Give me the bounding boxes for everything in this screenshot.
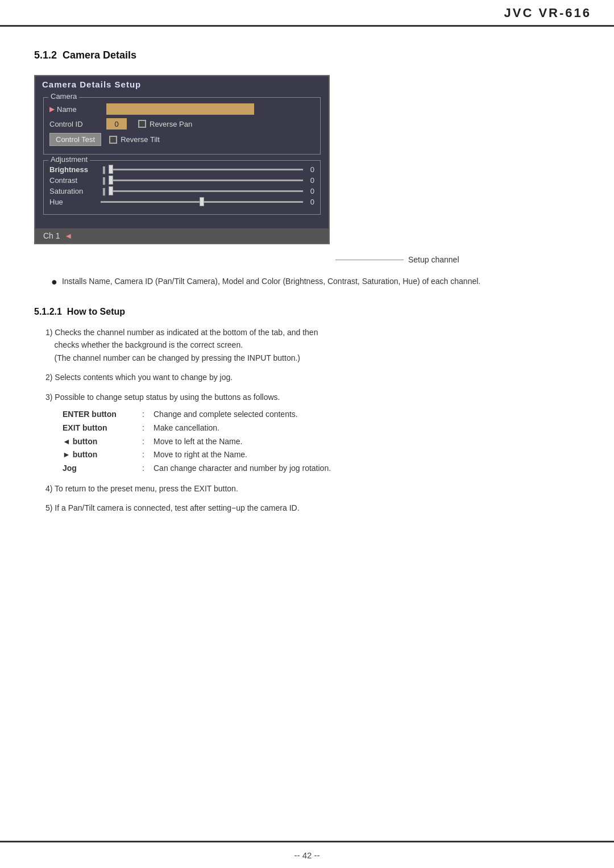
reverse-tilt-row: Reverse Tilt xyxy=(109,135,160,144)
button-name: EXIT button xyxy=(63,422,142,435)
setup-channel-line xyxy=(335,260,404,260)
button-name: ◄ button xyxy=(63,435,142,449)
main-content: 5.1.2 Camera Details Camera Details Setu… xyxy=(0,27,614,556)
adjustment-section-label: Adjustment xyxy=(48,155,90,164)
setup-channel-label: Setup channel xyxy=(408,255,459,264)
setup-channel-wrapper: Setup channel xyxy=(335,255,580,264)
button-colon: : xyxy=(142,462,154,475)
hue-value: 0 xyxy=(303,198,314,206)
step-4: 4) To return to the preset menu, press t… xyxy=(45,482,580,495)
button-colon: : xyxy=(142,422,154,435)
hue-slider-container xyxy=(101,201,303,203)
contrast-slider-handle[interactable] xyxy=(109,176,113,185)
step-2: 2) Selects contents which you want to ch… xyxy=(45,371,580,383)
button-row: ◄ button : Move to left at the Name. xyxy=(63,435,580,449)
button-desc: Make cancellation. xyxy=(154,422,580,435)
button-desc: Can change character and number by jog r… xyxy=(154,462,580,475)
button-row: ENTER button : Change and complete selec… xyxy=(63,408,580,422)
button-row: Jog : Can change character and number by… xyxy=(63,462,580,475)
step-5-text: 5) If a Pan/Tilt camera is connected, te… xyxy=(45,503,300,512)
contrast-slider-left: ▐ xyxy=(101,177,105,184)
button-name: Jog xyxy=(63,462,142,475)
button-colon: : xyxy=(142,408,154,422)
contrast-slider-container: ▐ xyxy=(101,177,303,184)
hue-slider-track[interactable] xyxy=(101,201,303,203)
brightness-slider-track[interactable] xyxy=(109,169,303,170)
brightness-slider-container: ▐ xyxy=(101,166,303,173)
camera-section: Camera ▶ Name Control ID 0 xyxy=(43,97,321,155)
button-desc: Move to right at the Name. xyxy=(154,448,580,462)
brand-title: JVC VR-616 xyxy=(504,6,591,20)
button-table: ENTER button : Change and complete selec… xyxy=(63,408,580,475)
footer: -- 42 -- xyxy=(0,841,614,868)
contrast-label: Contrast xyxy=(49,176,101,185)
name-row: ▶ Name xyxy=(49,103,314,115)
saturation-row: Saturation ▐ 0 xyxy=(49,187,314,195)
brightness-slider-handle[interactable] xyxy=(109,165,113,174)
camera-setup-title: Camera Details Setup xyxy=(35,76,329,93)
saturation-label: Saturation xyxy=(49,187,101,195)
brightness-row: Brightness ▐ 0 xyxy=(49,165,314,174)
saturation-slider-left: ▐ xyxy=(101,188,105,195)
hue-label: Hue xyxy=(49,198,101,206)
camera-section-label: Camera xyxy=(48,92,79,101)
button-row: EXIT button : Make cancellation. xyxy=(63,422,580,435)
hue-slider-handle[interactable] xyxy=(200,197,204,206)
saturation-slider-handle[interactable] xyxy=(109,186,113,195)
brightness-value: 0 xyxy=(303,165,314,174)
reverse-tilt-checkbox[interactable] xyxy=(109,136,117,144)
reverse-tilt-checkbox-row: Reverse Tilt xyxy=(109,135,160,144)
button-desc: Move to left at the Name. xyxy=(154,435,580,449)
bullet-note: ● Installs Name, Camera ID (Pan/Tilt Cam… xyxy=(51,276,580,290)
top-bar: JVC VR-616 xyxy=(0,0,614,27)
saturation-slider-container: ▐ xyxy=(101,188,303,195)
name-arrow: ▶ xyxy=(49,105,55,113)
contrast-row: Contrast ▐ 0 xyxy=(49,176,314,185)
step-4-text: 4) To return to the preset menu, press t… xyxy=(45,484,238,493)
step-3: 3) Possible to change setup status by us… xyxy=(45,391,580,475)
saturation-slider-track[interactable] xyxy=(109,190,303,192)
button-name: ENTER button xyxy=(63,408,142,422)
control-id-row: Control ID 0 Reverse Pan xyxy=(49,118,314,130)
camera-setup-body: Camera ▶ Name Control ID 0 xyxy=(35,93,329,228)
step-5: 5) If a Pan/Tilt camera is connected, te… xyxy=(45,502,580,514)
adjustment-section: Adjustment Brightness ▐ 0 xyxy=(43,160,321,215)
steps-list: 1) Checks the channel number as indicate… xyxy=(45,326,580,515)
name-label: ▶ Name xyxy=(49,105,106,114)
name-input[interactable] xyxy=(106,103,254,115)
step-3-intro: 3) Possible to change setup status by us… xyxy=(45,393,280,402)
camera-details-setup-box: Camera Details Setup Camera ▶ Name Contr… xyxy=(34,75,330,244)
channel-bar: Ch 1 ◄ xyxy=(35,228,329,243)
control-id-value[interactable]: 0 xyxy=(106,118,127,130)
reverse-pan-label: Reverse Pan xyxy=(150,120,192,128)
control-test-row: Control Test Reverse Tilt xyxy=(49,133,314,146)
button-colon: : xyxy=(142,435,154,449)
step-1-text: 1) Checks the channel number as indicate… xyxy=(45,328,318,362)
contrast-value: 0 xyxy=(303,176,314,185)
brightness-slider-left: ▐ xyxy=(101,166,105,173)
button-colon: : xyxy=(142,448,154,462)
bullet-dot: ● xyxy=(51,274,57,290)
control-id-label: Control ID xyxy=(49,120,106,128)
sub-section-heading: 5.1.2.1 How to Setup xyxy=(34,307,580,317)
channel-label: Ch 1 xyxy=(43,231,60,240)
reverse-tilt-label: Reverse Tilt xyxy=(121,135,160,144)
section-heading: 5.1.2 Camera Details xyxy=(34,49,580,61)
button-row: ► button : Move to right at the Name. xyxy=(63,448,580,462)
button-desc: Change and complete selected contents. xyxy=(154,408,580,422)
step-1: 1) Checks the channel number as indicate… xyxy=(45,326,580,364)
bullet-note-text: Installs Name, Camera ID (Pan/Tilt Camer… xyxy=(62,276,480,290)
control-test-button[interactable]: Control Test xyxy=(49,133,101,146)
channel-arrow[interactable]: ◄ xyxy=(65,231,73,240)
footer-page: -- 42 -- xyxy=(294,850,320,860)
saturation-value: 0 xyxy=(303,187,314,195)
reverse-pan-checkbox[interactable] xyxy=(138,120,146,128)
reverse-pan-row: Reverse Pan xyxy=(138,120,192,128)
hue-row: Hue 0 xyxy=(49,198,314,206)
step-2-text: 2) Selects contents which you want to ch… xyxy=(45,373,233,382)
button-name: ► button xyxy=(63,448,142,462)
contrast-slider-track[interactable] xyxy=(109,180,303,181)
reverse-pan-checkbox-row: Reverse Pan xyxy=(138,120,192,128)
brightness-label: Brightness xyxy=(49,165,101,174)
